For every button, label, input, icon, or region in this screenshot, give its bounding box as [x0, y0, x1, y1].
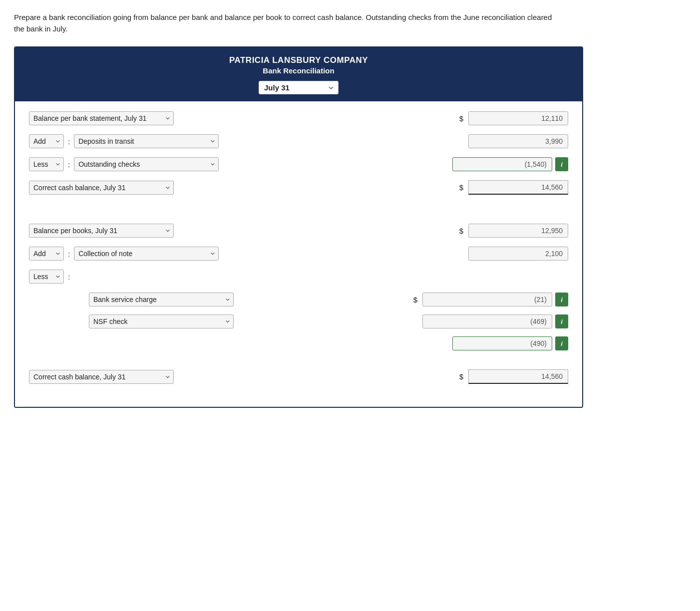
total-less-value: (490): [452, 336, 552, 350]
spacer2: [29, 214, 568, 224]
outstanding-type-select[interactable]: Outstanding checks: [74, 157, 219, 171]
bank-balance-value: 12,110: [468, 111, 568, 125]
deposits-add-select[interactable]: Add: [29, 134, 64, 148]
books-balance-label-area: Balance per books, July 31: [29, 224, 438, 238]
body-section: Balance per bank statement, July 31 $ 12…: [15, 101, 582, 407]
nsf-select[interactable]: NSF check: [89, 314, 234, 328]
bank-correct-value: 14,560: [468, 180, 568, 195]
bank-charge-dollar: $: [413, 296, 417, 304]
collection-row: Add : Collection of note 2,100: [29, 247, 568, 261]
bank-balance-select[interactable]: Balance per bank statement, July 31: [29, 111, 174, 125]
collection-label-area: Add : Collection of note: [29, 247, 438, 261]
deposits-colon: :: [68, 137, 70, 146]
books-correct-value-area: $ 14,560: [438, 369, 568, 384]
less-label-area: Less :: [29, 270, 568, 284]
date-select[interactable]: July 31: [259, 81, 339, 94]
books-correct-row: Correct cash balance, July 31 $ 14,560: [29, 369, 568, 384]
collection-add-select[interactable]: Add: [29, 247, 64, 261]
outstanding-info-button[interactable]: i: [555, 157, 568, 171]
collection-value: 2,100: [468, 247, 568, 261]
reconciliation-container: PATRICIA LANSBURY COMPANY Bank Reconcili…: [14, 46, 583, 408]
total-less-value-area: (490) i: [438, 336, 568, 350]
books-balance-value: 12,950: [468, 224, 568, 238]
nsf-row: NSF check (469) i: [89, 314, 568, 328]
bank-reconciliation-subtitle: Bank Reconciliation: [25, 66, 572, 75]
collection-value-area: 2,100: [438, 247, 568, 261]
books-correct-value: 14,560: [468, 369, 568, 384]
deposits-value: 3,990: [468, 134, 568, 148]
nsf-info-button[interactable]: i: [555, 314, 568, 328]
bank-correct-dollar: $: [459, 183, 463, 192]
bank-charge-value-area: $ (21) i: [413, 293, 568, 306]
nsf-value: (469): [422, 314, 552, 328]
books-balance-row: Balance per books, July 31 $ 12,950: [29, 224, 568, 238]
company-name: PATRICIA LANSBURY COMPANY: [25, 55, 572, 65]
books-correct-dollar: $: [459, 372, 463, 381]
intro-text: Prepare a bank reconciliation going from…: [14, 12, 563, 34]
less-colon: :: [68, 273, 70, 281]
books-correct-select[interactable]: Correct cash balance, July 31: [29, 370, 174, 384]
outstanding-colon: :: [68, 160, 70, 169]
bank-charge-row: Bank service charge $ (21) i: [89, 293, 568, 306]
bank-correct-select[interactable]: Correct cash balance, July 31: [29, 181, 174, 195]
bank-balance-value-area: $ 12,110: [438, 111, 568, 125]
deposits-type-select[interactable]: Deposits in transit: [74, 134, 219, 148]
bank-charge-select[interactable]: Bank service charge: [89, 293, 234, 306]
spacer1: [29, 204, 568, 214]
outstanding-less-select[interactable]: Less: [29, 157, 64, 171]
bank-balance-label-area: Balance per bank statement, July 31: [29, 111, 438, 125]
outstanding-row: Less : Outstanding checks (1,540) i: [29, 157, 568, 171]
collection-type-select[interactable]: Collection of note: [74, 247, 219, 261]
less-select[interactable]: Less: [29, 270, 64, 284]
bank-charge-value: (21): [422, 293, 552, 306]
bank-balance-row: Balance per bank statement, July 31 $ 12…: [29, 111, 568, 125]
outstanding-label-area: Less : Outstanding checks: [29, 157, 438, 171]
bank-correct-value-area: $ 14,560: [438, 180, 568, 195]
bank-charge-info-button[interactable]: i: [555, 293, 568, 306]
outstanding-value-area: (1,540) i: [438, 157, 568, 171]
deposits-value-area: 3,990: [438, 134, 568, 148]
deposits-label-area: Add : Deposits in transit: [29, 134, 438, 148]
collection-colon: :: [68, 250, 70, 258]
books-balance-select[interactable]: Balance per books, July 31: [29, 224, 174, 238]
deposits-row: Add : Deposits in transit 3,990: [29, 134, 568, 148]
bank-correct-label-area: Correct cash balance, July 31: [29, 181, 438, 195]
books-balance-value-area: $ 12,950: [438, 224, 568, 238]
nsf-value-area: (469) i: [422, 314, 568, 328]
books-balance-dollar: $: [459, 227, 463, 235]
less-row: Less :: [29, 270, 568, 284]
spacer3: [29, 359, 568, 369]
books-correct-label-area: Correct cash balance, July 31: [29, 370, 438, 384]
bank-correct-row: Correct cash balance, July 31 $ 14,560: [29, 180, 568, 195]
bank-balance-dollar: $: [459, 114, 463, 123]
total-less-row: (490) i: [29, 336, 568, 350]
total-less-info-button[interactable]: i: [555, 336, 568, 350]
outstanding-value: (1,540): [452, 157, 552, 171]
header-section: PATRICIA LANSBURY COMPANY Bank Reconcili…: [15, 47, 582, 101]
